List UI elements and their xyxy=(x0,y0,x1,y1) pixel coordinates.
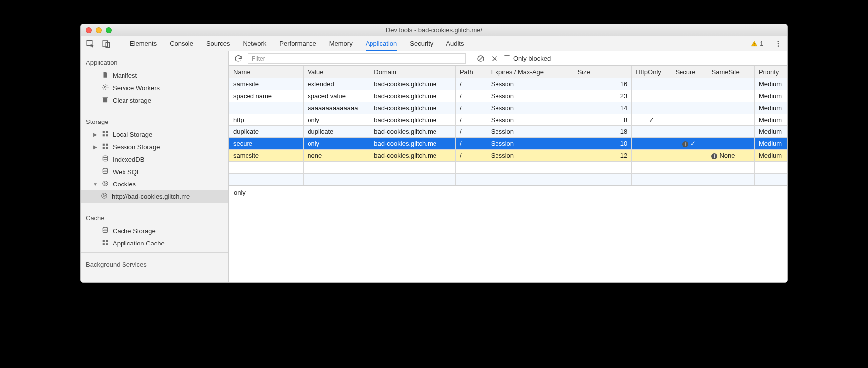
device-toolbar-icon[interactable] xyxy=(102,39,111,48)
tab-console[interactable]: Console xyxy=(170,36,193,51)
tab-performance[interactable]: Performance xyxy=(279,36,316,51)
file-icon xyxy=(102,71,109,80)
col-path[interactable]: Path xyxy=(455,66,487,78)
db-icon xyxy=(102,155,109,164)
sidebar-item-service-workers[interactable]: Service Workers xyxy=(81,82,228,94)
cell-expires: Session xyxy=(487,102,573,114)
separator xyxy=(471,54,471,63)
sidebar-item-manifest[interactable]: Manifest xyxy=(81,69,228,82)
cell-httponly xyxy=(632,126,671,138)
sidebar-item-session-storage[interactable]: ▶Session Storage xyxy=(81,141,228,153)
cell-httponly xyxy=(632,90,671,102)
sidebar-item-local-storage[interactable]: ▶Local Storage xyxy=(81,128,228,141)
svg-rect-12 xyxy=(106,134,108,136)
main-split: ApplicationManifestService WorkersClear … xyxy=(81,51,787,282)
cookies-table-wrap: NameValueDomainPathExpires / Max-AgeSize… xyxy=(229,66,787,185)
cell-secure xyxy=(671,150,707,162)
cell-samesite xyxy=(707,102,754,114)
sidebar-item-label: Local Storage xyxy=(113,131,152,138)
tab-security[interactable]: Security xyxy=(410,36,433,51)
disclosure-triangle-icon[interactable]: ▶ xyxy=(93,144,98,150)
cookie-icon xyxy=(102,180,109,188)
tab-memory[interactable]: Memory xyxy=(329,36,353,51)
cell-domain: bad-cookies.glitch.me xyxy=(370,102,456,114)
sidebar-item-label: Cookies xyxy=(113,181,136,188)
sidebar-item-label: Service Workers xyxy=(113,84,160,92)
sidebar-item-clear-storage[interactable]: Clear storage xyxy=(81,94,228,107)
cell-domain: bad-cookies.glitch.me xyxy=(370,150,456,162)
cell-value: only xyxy=(304,138,370,150)
cell-path: / xyxy=(455,114,487,126)
cell-size: 16 xyxy=(573,78,632,90)
only-blocked-checkbox[interactable]: Only blocked xyxy=(504,55,551,62)
inspect-element-icon[interactable] xyxy=(86,39,95,48)
cell-httponly xyxy=(632,138,671,150)
sidebar-item-application-cache[interactable]: Application Cache xyxy=(81,237,228,249)
cell-name: http xyxy=(229,114,304,126)
cell-httponly xyxy=(632,78,671,90)
sidebar-item-cookies[interactable]: ▼Cookies xyxy=(81,178,228,190)
sidebar-item-web-sql[interactable]: Web SQL xyxy=(81,166,228,178)
cookie-detail-pane: only xyxy=(229,185,787,282)
table-row[interactable]: samesiteextendedbad-cookies.glitch.me/Se… xyxy=(229,78,787,90)
svg-point-24 xyxy=(103,195,104,195)
col-value[interactable]: Value xyxy=(304,66,370,78)
cell-path: / xyxy=(455,102,487,114)
svg-point-21 xyxy=(106,183,106,184)
col-expires-max-age[interactable]: Expires / Max-Age xyxy=(487,66,573,78)
col-domain[interactable]: Domain xyxy=(370,66,456,78)
sidebar-item-cookie-origin[interactable]: http://bad-cookies.glitch.me xyxy=(81,190,228,203)
tab-application[interactable]: Application xyxy=(366,36,397,51)
more-options-icon[interactable] xyxy=(774,40,782,48)
table-row[interactable]: httponlybad-cookies.glitch.me/Session8✓M… xyxy=(229,114,787,126)
cell-name xyxy=(229,102,304,114)
svg-rect-14 xyxy=(106,144,108,146)
titlebar: DevTools - bad-cookies.glitch.me/ xyxy=(81,24,787,36)
cell-expires: Session xyxy=(487,126,573,138)
filter-input[interactable] xyxy=(248,53,466,64)
tab-elements[interactable]: Elements xyxy=(130,36,157,51)
warnings-badge[interactable]: 1 xyxy=(751,40,763,47)
svg-point-23 xyxy=(102,193,107,199)
only-blocked-input[interactable] xyxy=(504,55,510,61)
svg-rect-1 xyxy=(103,41,107,47)
tab-sources[interactable]: Sources xyxy=(206,36,230,51)
table-row[interactable]: samesitenonebad-cookies.glitch.me/Sessio… xyxy=(229,150,787,162)
cell-size: 18 xyxy=(573,126,632,138)
svg-rect-31 xyxy=(106,243,108,245)
table-row[interactable]: duplicateduplicatebad-cookies.glitch.me/… xyxy=(229,126,787,138)
cell-secure xyxy=(671,90,707,102)
clear-all-icon[interactable] xyxy=(476,54,485,63)
cell-value: spaced value xyxy=(304,90,370,102)
cell-priority: Medium xyxy=(754,102,787,114)
cell-expires: Session xyxy=(487,90,573,102)
sidebar-item-cache-storage[interactable]: Cache Storage xyxy=(81,225,228,237)
table-row[interactable]: aaaaaaaaaaaaaabad-cookies.glitch.me/Sess… xyxy=(229,102,787,114)
delete-selected-icon[interactable] xyxy=(490,54,499,63)
disclosure-triangle-icon[interactable]: ▼ xyxy=(93,182,98,187)
tab-network[interactable]: Network xyxy=(243,36,267,51)
cookies-pane: Only blocked NameValueDomainPathExpires … xyxy=(229,51,787,282)
sidebar-item-label: Session Storage xyxy=(113,143,160,151)
tab-audits[interactable]: Audits xyxy=(446,36,464,51)
info-icon: i xyxy=(682,141,688,147)
svg-point-6 xyxy=(778,43,779,44)
disclosure-triangle-icon[interactable]: ▶ xyxy=(93,132,98,137)
col-size[interactable]: Size xyxy=(573,66,632,78)
col-secure[interactable]: Secure xyxy=(671,66,707,78)
col-name[interactable]: Name xyxy=(229,66,304,78)
table-row[interactable]: spaced namespaced valuebad-cookies.glitc… xyxy=(229,90,787,102)
cell-text: ✓ xyxy=(690,140,696,147)
col-samesite[interactable]: SameSite xyxy=(707,66,754,78)
refresh-icon[interactable] xyxy=(234,54,243,63)
table-row[interactable]: secureonlybad-cookies.glitch.me/Session1… xyxy=(229,138,787,150)
db-icon xyxy=(102,168,109,176)
svg-point-20 xyxy=(104,183,105,183)
cell-name: spaced name xyxy=(229,90,304,102)
sidebar-item-indexeddb[interactable]: IndexedDB xyxy=(81,153,228,166)
cell-samesite xyxy=(707,138,754,150)
svg-point-19 xyxy=(103,181,108,186)
col-httponly[interactable]: HttpOnly xyxy=(632,66,671,78)
cell-name: samesite xyxy=(229,150,304,162)
col-priority[interactable]: Priority xyxy=(754,66,787,78)
